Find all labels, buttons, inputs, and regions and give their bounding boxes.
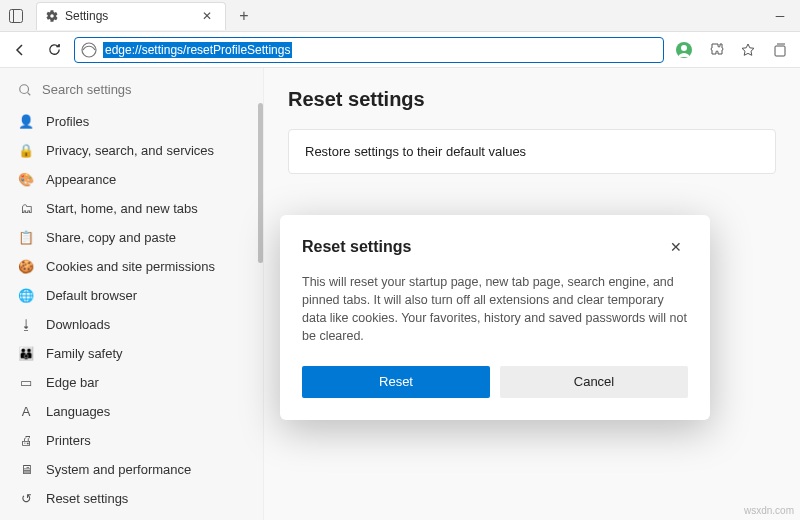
address-bar[interactable]: edge://settings/resetProfileSettings bbox=[74, 37, 664, 63]
new-tab-button[interactable]: + bbox=[230, 2, 258, 30]
watermark: wsxdn.com bbox=[744, 505, 794, 516]
sidebar-item-icon: 📋 bbox=[18, 230, 34, 245]
sidebar-item-icon: ⭳ bbox=[18, 317, 34, 332]
sidebar-item-icon: 🗂 bbox=[18, 201, 34, 216]
sidebar-item-family-safety[interactable]: 👪Family safety bbox=[0, 339, 263, 368]
refresh-icon bbox=[47, 42, 62, 57]
sidebar-item-label: Cookies and site permissions bbox=[46, 259, 215, 274]
back-button[interactable] bbox=[6, 36, 34, 64]
sidebar-item-languages[interactable]: ALanguages bbox=[0, 397, 263, 426]
sidebar-item-default-browser[interactable]: 🌐Default browser bbox=[0, 281, 263, 310]
dialog-close-button[interactable]: ✕ bbox=[664, 235, 688, 259]
sidebar-item-start-home-and-new-tabs[interactable]: 🗂Start, home, and new tabs bbox=[0, 194, 263, 223]
sidebar-item-label: Default browser bbox=[46, 288, 137, 303]
sidebar-item-label: Downloads bbox=[46, 317, 110, 332]
search-settings[interactable]: Search settings bbox=[0, 76, 263, 107]
sidebar-item-printers[interactable]: 🖨Printers bbox=[0, 426, 263, 455]
sidebar-item-label: Family safety bbox=[46, 346, 123, 361]
arrow-left-icon bbox=[12, 42, 28, 58]
dialog-title: Reset settings bbox=[302, 238, 411, 256]
sidebar-item-label: System and performance bbox=[46, 462, 191, 477]
sidebar-item-profiles[interactable]: 👤Profiles bbox=[0, 107, 263, 136]
page-title: Reset settings bbox=[288, 88, 776, 111]
sidebar-item-icon: 👤 bbox=[18, 114, 34, 129]
dialog-body: This will reset your startup page, new t… bbox=[302, 273, 688, 346]
sidebar-item-icon: ▭ bbox=[18, 375, 34, 390]
sidebar-item-privacy-search-and-services[interactable]: 🔒Privacy, search, and services bbox=[0, 136, 263, 165]
tab-title: Settings bbox=[65, 9, 197, 23]
minimize-button[interactable]: ─ bbox=[760, 0, 800, 32]
extensions-button[interactable] bbox=[702, 36, 730, 64]
tab-close-button[interactable]: ✕ bbox=[197, 9, 217, 23]
svg-rect-0 bbox=[10, 9, 23, 22]
svg-point-2 bbox=[82, 43, 96, 57]
puzzle-icon bbox=[708, 42, 724, 58]
sidebar-item-label: Start, home, and new tabs bbox=[46, 201, 198, 216]
favorites-button[interactable] bbox=[734, 36, 762, 64]
search-placeholder: Search settings bbox=[42, 82, 132, 97]
svg-rect-5 bbox=[775, 46, 785, 56]
sidebar-item-cookies-and-site-permissions[interactable]: 🍪Cookies and site permissions bbox=[0, 252, 263, 281]
gear-icon bbox=[45, 9, 59, 23]
sidebar-item-icon: 🖨 bbox=[18, 433, 34, 448]
sidebar-item-icon: 🔒 bbox=[18, 143, 34, 158]
sidebar-item-phone-and-other-devices[interactable]: 📱Phone and other devices bbox=[0, 513, 263, 520]
reset-button[interactable]: Reset bbox=[302, 366, 490, 398]
sidebar-item-share-copy-and-paste[interactable]: 📋Share, copy and paste bbox=[0, 223, 263, 252]
collections-icon bbox=[772, 42, 788, 58]
refresh-button[interactable] bbox=[40, 36, 68, 64]
profile-button[interactable] bbox=[670, 36, 698, 64]
sidebar-item-appearance[interactable]: 🎨Appearance bbox=[0, 165, 263, 194]
sidebar-item-label: Languages bbox=[46, 404, 110, 419]
svg-point-4 bbox=[681, 45, 687, 51]
scrollbar-thumb[interactable] bbox=[258, 103, 263, 263]
browser-tab[interactable]: Settings ✕ bbox=[36, 2, 226, 30]
sidebar-item-icon: 🖥 bbox=[18, 462, 34, 477]
card-label: Restore settings to their default values bbox=[305, 144, 526, 159]
sidebar-item-icon: ↺ bbox=[18, 491, 34, 506]
svg-line-8 bbox=[28, 92, 31, 95]
url-text: edge://settings/resetProfileSettings bbox=[103, 42, 292, 58]
settings-sidebar: Search settings 👤Profiles🔒Privacy, searc… bbox=[0, 68, 264, 520]
sidebar-item-icon: 🎨 bbox=[18, 172, 34, 187]
svg-point-7 bbox=[20, 84, 29, 93]
window-controls: ─ bbox=[760, 0, 800, 32]
sidebar-item-label: Profiles bbox=[46, 114, 89, 129]
cancel-button[interactable]: Cancel bbox=[500, 366, 688, 398]
sidebar-item-label: Share, copy and paste bbox=[46, 230, 176, 245]
sidebar-item-icon: 🌐 bbox=[18, 288, 34, 303]
star-icon bbox=[740, 42, 756, 58]
sidebar-item-icon: 👪 bbox=[18, 346, 34, 361]
profile-icon bbox=[675, 41, 693, 59]
vertical-tabs-icon bbox=[9, 9, 23, 23]
sidebar-item-label: Privacy, search, and services bbox=[46, 143, 214, 158]
sidebar-item-downloads[interactable]: ⭳Downloads bbox=[0, 310, 263, 339]
sidebar-item-icon: 🍪 bbox=[18, 259, 34, 274]
search-icon bbox=[18, 83, 32, 97]
sidebar-item-label: Printers bbox=[46, 433, 91, 448]
collections-button[interactable] bbox=[766, 36, 794, 64]
sidebar-item-label: Edge bar bbox=[46, 375, 99, 390]
restore-defaults-card[interactable]: Restore settings to their default values bbox=[288, 129, 776, 174]
sidebar-item-system-and-performance[interactable]: 🖥System and performance bbox=[0, 455, 263, 484]
edge-logo-icon bbox=[81, 42, 97, 58]
reset-settings-dialog: Reset settings ✕ This will reset your st… bbox=[280, 215, 710, 420]
titlebar: Settings ✕ + ─ bbox=[0, 0, 800, 32]
sidebar-item-icon: A bbox=[18, 404, 34, 419]
vertical-tabs-button[interactable] bbox=[0, 0, 32, 32]
sidebar-item-label: Appearance bbox=[46, 172, 116, 187]
sidebar-item-label: Reset settings bbox=[46, 491, 128, 506]
sidebar-item-edge-bar[interactable]: ▭Edge bar bbox=[0, 368, 263, 397]
toolbar: edge://settings/resetProfileSettings bbox=[0, 32, 800, 68]
sidebar-item-reset-settings[interactable]: ↺Reset settings bbox=[0, 484, 263, 513]
